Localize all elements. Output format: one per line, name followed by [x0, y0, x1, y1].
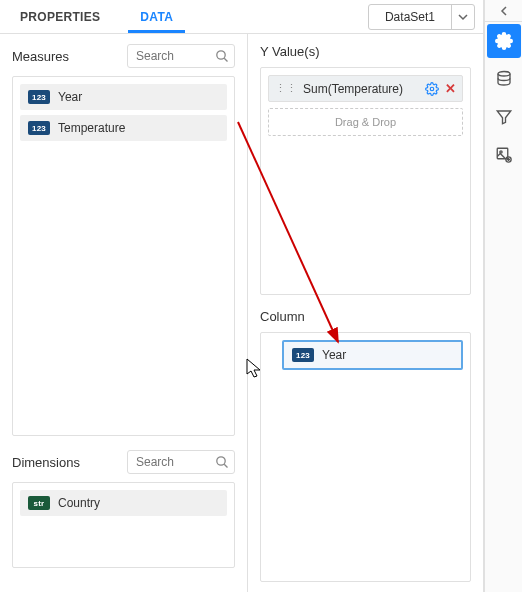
svg-line-1 [224, 58, 227, 61]
drag-drop-placeholder[interactable]: Drag & Drop [268, 108, 463, 136]
left-pane: Measures 123 Year 123 Tem [0, 34, 248, 592]
data-icon[interactable] [487, 62, 521, 96]
field-country[interactable]: str Country [20, 490, 227, 516]
dataset-selector[interactable]: DataSet1 [368, 4, 475, 30]
yvalues-dropzone[interactable]: ⋮⋮ Sum(Temperature) ✕ Drag & Drop [260, 67, 471, 295]
field-label: Country [58, 496, 100, 510]
svg-point-4 [430, 87, 434, 91]
right-sidebar [484, 0, 522, 592]
svg-point-6 [498, 72, 510, 77]
field-label: Temperature [58, 121, 125, 135]
measures-label: Measures [12, 49, 121, 64]
tab-data[interactable]: DATA [120, 0, 193, 33]
top-bar: PROPERTIES DATA DataSet1 [0, 0, 483, 34]
string-type-icon: str [28, 496, 50, 510]
dimensions-search[interactable] [127, 450, 235, 474]
numeric-type-icon: 123 [28, 121, 50, 135]
numeric-type-icon: 123 [28, 90, 50, 104]
svg-point-2 [217, 457, 225, 465]
column-dropzone[interactable]: 123 Year [260, 332, 471, 582]
field-year[interactable]: 123 Year [20, 84, 227, 110]
field-label: Year [58, 90, 82, 104]
yvalues-label: Y Value(s) [260, 44, 471, 59]
svg-point-0 [217, 51, 225, 59]
filter-icon[interactable] [487, 100, 521, 134]
settings-icon[interactable] [487, 24, 521, 58]
image-settings-icon[interactable] [487, 138, 521, 172]
chevron-down-icon[interactable] [452, 5, 474, 29]
expand-icon[interactable] [485, 0, 522, 22]
tab-properties[interactable]: PROPERTIES [0, 0, 120, 33]
gear-icon[interactable] [425, 82, 439, 96]
search-icon [215, 49, 229, 67]
drag-handle-icon[interactable]: ⋮⋮ [275, 82, 297, 95]
measures-search[interactable] [127, 44, 235, 68]
dimensions-list: str Country [12, 482, 235, 568]
chip-label: Sum(Temperature) [303, 82, 419, 96]
field-temperature[interactable]: 123 Temperature [20, 115, 227, 141]
svg-line-3 [224, 464, 227, 467]
search-icon [215, 455, 229, 473]
measures-list: 123 Year 123 Temperature [12, 76, 235, 436]
close-icon[interactable]: ✕ [445, 81, 456, 96]
column-label: Column [260, 309, 471, 324]
y-chip-temperature[interactable]: ⋮⋮ Sum(Temperature) ✕ [268, 75, 463, 102]
dataset-value: DataSet1 [369, 5, 452, 29]
tabs: PROPERTIES DATA [0, 0, 193, 33]
column-chip-year[interactable]: 123 Year [282, 340, 463, 370]
chip-label: Year [322, 348, 346, 362]
dimensions-label: Dimensions [12, 455, 121, 470]
right-pane: Y Value(s) ⋮⋮ Sum(Temperature) ✕ Drag & … [248, 34, 483, 592]
numeric-type-icon: 123 [292, 348, 314, 362]
